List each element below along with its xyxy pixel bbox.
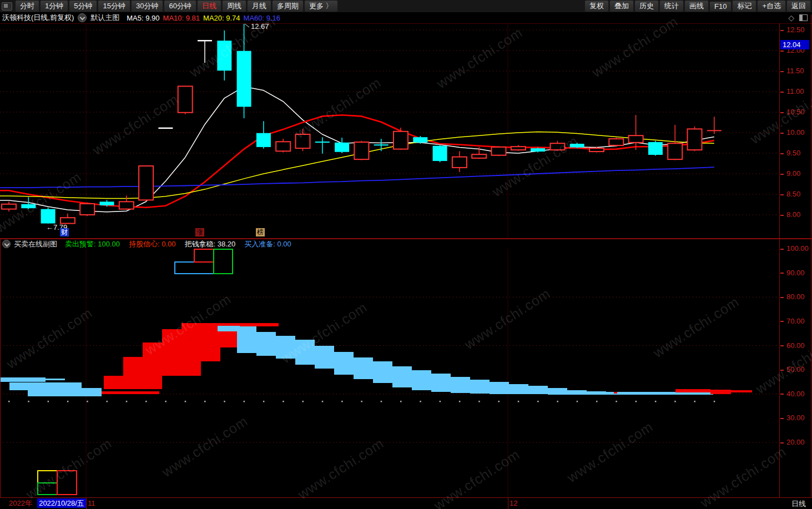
sub-left-border <box>0 239 1 498</box>
axis-tick-label: 10.00 <box>780 129 805 137</box>
month-divider <box>508 498 508 509</box>
axis-tick-label: 80.00 <box>780 293 805 301</box>
sub-chart-name: 买卖在线副图 <box>14 239 57 249</box>
sub-indicator-chart[interactable] <box>0 249 780 498</box>
diamond-icon[interactable]: ◇ <box>788 14 794 22</box>
year-label: 2022年 <box>9 499 32 508</box>
toolbar-item-历史[interactable]: 历史 <box>635 1 658 12</box>
toolbar-left: 分时1分钟5分钟15分钟30分钟60分钟日线周线月线多周期更多 〉 <box>2 1 337 12</box>
month-divider <box>86 498 87 509</box>
ma-value-undefined: MA60: 9.16 <box>244 14 281 22</box>
axis-tick-label: 90.00 <box>780 269 805 277</box>
axis-tick-label: 40.00 <box>780 390 805 398</box>
axis-tick-label: 11.00 <box>780 88 804 95</box>
toolbar-item-分时[interactable]: 分时 <box>16 1 39 12</box>
tick-mark <box>780 345 784 346</box>
tick-mark <box>780 370 784 371</box>
toolbar-item-1分钟[interactable]: 1分钟 <box>41 1 68 12</box>
right-border <box>811 14 811 509</box>
axis-tick-label: 11.50 <box>780 67 804 75</box>
tick-mark <box>780 215 784 216</box>
divider <box>0 23 812 24</box>
tick-mark <box>780 92 784 93</box>
app-icon[interactable] <box>2 2 12 11</box>
tick-mark <box>780 442 784 444</box>
axis-tick-label: 12.50 <box>780 26 805 34</box>
toolbar-item-画线[interactable]: 画线 <box>685 1 708 12</box>
tick-mark <box>780 394 784 395</box>
axis-tick-label: 8.50 <box>780 190 800 198</box>
toolbar-item-30分钟[interactable]: 30分钟 <box>132 1 163 12</box>
tick-mark <box>780 418 784 419</box>
indicator-field: 持股信心: 0.00 <box>129 240 176 248</box>
axis-tick-label: 60.00 <box>780 342 805 350</box>
indicator-field: 卖出预警: 100.00 <box>65 240 120 248</box>
sub-chart-fields: 卖出预警: 100.00持股信心: 0.00把钱拿稳: 38.20买入准备: 0… <box>65 239 300 249</box>
indicator-field: 把钱拿稳: 38.20 <box>185 240 236 248</box>
toolbar-item-统计[interactable]: 统计 <box>660 1 683 12</box>
toolbar: 分时1分钟5分钟15分钟30分钟60分钟日线周线月线多周期更多 〉 复权叠加历史… <box>0 0 812 12</box>
split-window-icon[interactable] <box>799 14 808 21</box>
indicator-field: 买入准备: 0.00 <box>244 240 291 248</box>
toolbar-right: 复权叠加历史统计画线F10标记+自选返回 <box>585 1 810 12</box>
axis-border <box>779 23 780 509</box>
toolbar-item-日线[interactable]: 日线 <box>198 1 221 12</box>
ma-value-undefined: MA10: 9.81 <box>163 14 200 22</box>
month-label: 12 <box>510 499 517 508</box>
chevron-down-icon[interactable] <box>78 13 87 22</box>
tick-mark <box>780 194 784 195</box>
stock-title: 沃顿科技(日线,前复权) <box>2 13 74 23</box>
tick-mark <box>780 321 784 322</box>
tick-mark <box>780 174 784 175</box>
ma-values: MA5: 9.90MA10: 9.81MA20: 9.74MA60: 9.16 <box>123 14 280 22</box>
axis-tick-label: 9.00 <box>780 170 800 178</box>
last-price-tag: 12.04 <box>780 40 809 49</box>
toolbar-item-叠加[interactable]: 叠加 <box>610 1 633 12</box>
toolbar-item-返回[interactable]: 返回 <box>787 1 810 12</box>
month-label: 11 <box>88 499 95 508</box>
main-candlestick-chart[interactable] <box>0 23 780 239</box>
chevron-down-icon[interactable] <box>2 240 11 248</box>
axis-tick-label: 20.00 <box>780 439 805 446</box>
axis-tick-label: 70.00 <box>780 318 805 325</box>
tick-mark <box>780 153 784 154</box>
tick-mark <box>780 133 784 134</box>
ma-value-undefined: MA5: 9.90 <box>127 14 159 22</box>
tick-mark <box>780 30 784 31</box>
event-badge-财: 财 <box>60 228 69 236</box>
axis-tick-label: 9.50 <box>780 149 800 157</box>
axis-tick-label: 10.50 <box>780 108 805 116</box>
toolbar-item-标记[interactable]: 标记 <box>733 1 756 12</box>
tick-mark <box>780 249 784 250</box>
axis-tick-label: 8.00 <box>780 211 800 219</box>
toolbar-item-+自选[interactable]: +自选 <box>758 1 785 12</box>
axis-tick-label: 50.00 <box>780 366 805 374</box>
toolbar-item-复权[interactable]: 复权 <box>585 1 608 12</box>
toolbar-item-多周期[interactable]: 多周期 <box>273 1 303 12</box>
toolbar-item-60分钟[interactable]: 60分钟 <box>164 1 195 12</box>
period-label: 日线 <box>786 499 811 509</box>
tick-mark <box>780 71 784 72</box>
selected-date-box: 2022/10/28/五 <box>37 498 86 508</box>
title-row-icons: ◇ <box>788 12 808 23</box>
time-axis-bar: 2022年 2022/10/28/五 1112 日线 <box>0 498 812 509</box>
toolbar-item-15分钟[interactable]: 15分钟 <box>98 1 129 12</box>
toolbar-item-更多 〉[interactable]: 更多 〉 <box>305 1 337 12</box>
toolbar-item-5分钟[interactable]: 5分钟 <box>69 1 97 12</box>
title-row: 沃顿科技(日线,前复权) 默认主图 MA5: 9.90MA10: 9.81MA2… <box>0 12 812 23</box>
sub-chart-header: 买卖在线副图 卖出预警: 100.00持股信心: 0.00把钱拿稳: 38.20… <box>0 239 777 249</box>
tick-mark <box>780 273 784 274</box>
tick-mark <box>780 51 784 52</box>
divider <box>0 238 812 239</box>
axis-tick-label: 100.00 <box>780 245 809 253</box>
event-badge-涨: 涨 <box>195 228 204 236</box>
toolbar-item-F10[interactable]: F10 <box>710 2 731 11</box>
toolbar-item-月线[interactable]: 月线 <box>248 1 271 12</box>
tick-mark <box>780 112 784 113</box>
toolbar-item-周线[interactable]: 周线 <box>223 1 246 12</box>
tick-mark <box>780 297 784 298</box>
event-badge-榜: 榜 <box>256 228 265 236</box>
layout-label: 默认主图 <box>90 13 119 23</box>
axis-tick-label: 30.00 <box>780 414 805 422</box>
ma-value-undefined: MA20: 9.74 <box>203 14 240 22</box>
